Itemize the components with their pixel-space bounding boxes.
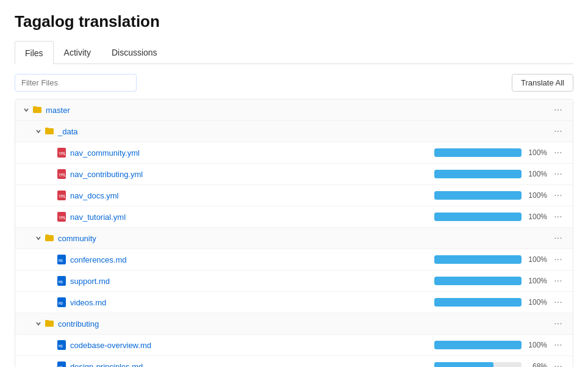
folder-community-label[interactable]: community [58,234,547,243]
progress-pct: 100% [525,277,547,285]
file-videos-progress: 100% [434,298,547,307]
svg-text:YML: YML [59,216,66,220]
progress-pct: 100% [525,148,547,157]
file-nav-docs-more[interactable]: ··· [550,190,567,201]
folder-data-label[interactable]: _data [58,127,547,136]
svg-text:YML: YML [59,194,66,199]
file-design-more[interactable]: ··· [550,361,567,367]
file-codebase-overview-label[interactable]: codebase-overview.md [70,341,434,350]
file-codebase-overview: MD codebase-overview.md 100% ··· [15,335,573,356]
progress-bg [434,191,522,200]
tab-bar: Files Activity Discussions [15,41,573,64]
folder-data-chevron[interactable] [34,126,43,136]
md-file-icon-2: MD [56,296,68,308]
folder-data-more-button[interactable]: ··· [550,126,567,137]
progress-pct: 100% [525,191,547,200]
translate-all-button[interactable]: Translate All [512,74,573,92]
progress-fill [434,191,522,200]
file-tree: master ··· _data ··· [15,99,573,367]
progress-bg [434,362,522,367]
folder-contributing-more-button[interactable]: ··· [550,318,567,329]
progress-bg [434,148,522,157]
file-conferences-label[interactable]: conferences.md [70,255,434,264]
folder-contributing-row: contributing ··· [15,313,573,335]
folder-data-icon [43,125,56,137]
file-support-label[interactable]: support.md [70,277,434,286]
folder-community-row: community ··· [15,228,573,249]
file-support-progress: 100% [434,277,547,285]
filter-input[interactable] [15,74,137,92]
file-support-more[interactable]: ··· [550,275,567,286]
progress-bg [434,170,522,178]
root-folder-icon [31,104,43,116]
progress-fill [434,277,522,285]
yaml-file-icon-1: YML [56,168,68,180]
file-design-principles: MD design-principles.md 68% ··· [15,356,573,367]
progress-bg [434,298,522,307]
progress-fill [434,148,522,157]
root-chevron[interactable] [21,105,31,115]
file-nav-tutorial-progress: 100% [434,213,547,221]
root-row: master ··· [15,100,573,121]
svg-text:YML: YML [59,173,66,178]
file-nav-tutorial-label[interactable]: nav_tutorial.yml [70,213,434,222]
progress-bg [434,255,522,264]
svg-text:MD: MD [59,258,63,263]
folder-community-chevron[interactable] [34,233,43,243]
yaml-file-icon-2: YML [56,189,68,202]
progress-fill [434,255,522,264]
file-nav-contributing-progress: 100% [434,170,547,178]
progress-bg [434,277,522,285]
tab-files[interactable]: Files [15,41,54,64]
file-design-principles-label[interactable]: design-principles.md [70,362,434,368]
file-nav-community: YML nav_community.yml 100% ··· [15,142,573,164]
file-nav-tutorial-more[interactable]: ··· [550,211,567,222]
progress-fill [434,170,522,178]
yaml-file-icon-0: YML [56,147,68,159]
progress-fill [434,362,493,367]
md-file-icon-4: MD [56,360,68,367]
folder-contributing-icon [43,318,56,330]
file-design-progress: 68% [434,362,547,367]
file-conferences-progress: 100% [434,255,547,264]
file-nav-community-progress: 100% [434,148,547,157]
svg-text:YML: YML [59,151,66,156]
file-nav-community-label[interactable]: nav_community.yml [70,148,434,158]
progress-pct: 100% [525,298,547,307]
file-conferences: MD conferences.md 100% ··· [15,249,573,271]
progress-fill [434,213,522,221]
folder-community-more-button[interactable]: ··· [550,233,567,244]
tab-discussions[interactable]: Discussions [101,41,168,64]
toolbar: Translate All [15,74,573,92]
file-videos-label[interactable]: videos.md [70,298,434,307]
md-file-icon-3: MD [56,339,68,351]
file-nav-contributing-more[interactable]: ··· [550,169,567,180]
file-nav-tutorial: YML nav_tutorial.yml 100% ··· [15,206,573,228]
progress-pct: 100% [525,255,547,264]
file-codebase-progress: 100% [434,341,547,349]
progress-pct: 68% [525,362,547,367]
folder-community-icon [43,232,56,244]
progress-pct: 100% [525,341,547,349]
folder-contributing-chevron[interactable] [34,319,43,329]
folder-contributing-label[interactable]: contributing [58,319,547,329]
file-support: MD support.md 100% ··· [15,271,573,292]
file-nav-contributing: YML nav_contributing.yml 100% ··· [15,164,573,185]
md-file-icon-1: MD [56,275,68,287]
tab-activity[interactable]: Activity [54,41,101,64]
file-nav-contributing-label[interactable]: nav_contributing.yml [70,170,434,179]
folder-data-row: _data ··· [15,121,573,142]
file-conferences-more[interactable]: ··· [550,254,567,265]
root-more-button[interactable]: ··· [550,104,567,115]
svg-text:MD: MD [59,344,63,348]
file-codebase-more[interactable]: ··· [550,340,567,351]
file-videos-more[interactable]: ··· [550,297,567,308]
progress-pct: 100% [525,213,547,221]
progress-fill [434,341,522,349]
file-nav-docs-label[interactable]: nav_docs.yml [70,191,434,200]
progress-bg [434,213,522,221]
file-videos: MD videos.md 100% ··· [15,292,573,313]
root-label[interactable]: master [46,106,547,115]
file-nav-community-more[interactable]: ··· [550,147,567,158]
md-file-icon-0: MD [56,253,68,266]
